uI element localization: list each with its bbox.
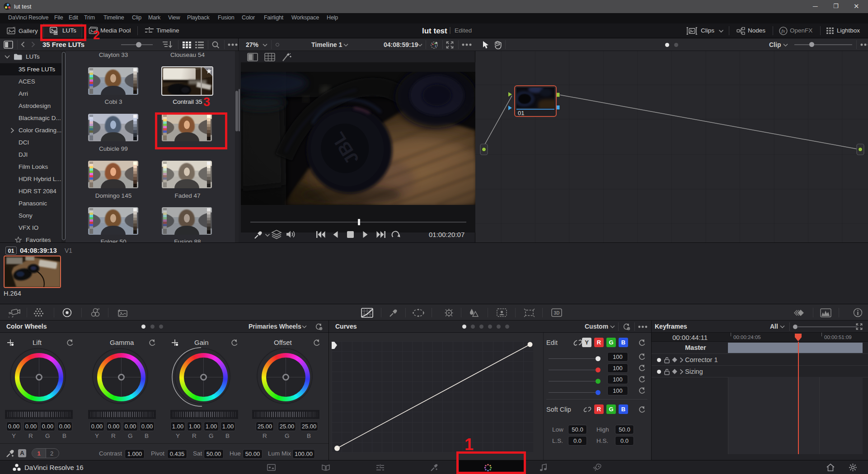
svg-text:3D: 3D <box>554 311 560 316</box>
svg-text:fx: fx <box>782 29 785 33</box>
